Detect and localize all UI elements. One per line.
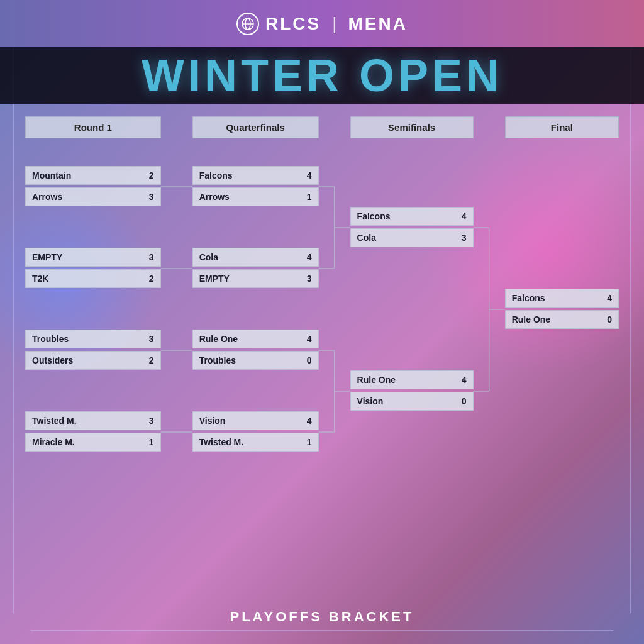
mena-title: MENA [348, 14, 408, 34]
team-score: 0 [602, 314, 612, 325]
team-name: Rule One [512, 314, 602, 325]
event-title: WINTER OPEN [142, 50, 502, 101]
team-score: 4 [457, 211, 467, 221]
rlcs-icon [236, 13, 259, 35]
team-name: Outsiders [32, 355, 144, 365]
table-row: Falcons 4 [192, 166, 319, 185]
team-name: Vision [199, 416, 302, 426]
qf-match-2: Cola 4 EMPTY 3 [192, 248, 319, 289]
table-row: Rule One 0 [505, 310, 619, 329]
table-row: Troubles 0 [192, 351, 319, 370]
table-row: Troubles 3 [25, 330, 161, 348]
team-name: Arrows [32, 192, 144, 202]
table-row: Cola 3 [350, 228, 474, 247]
header-divider: | [332, 14, 336, 34]
sf-match-1: Falcons 4 Cola 3 [350, 207, 474, 248]
team-name: Troubles [199, 355, 302, 365]
team-score: 4 [302, 252, 312, 262]
table-row: Vision 4 [192, 411, 319, 430]
table-row: Falcons 4 [350, 207, 474, 226]
team-score: 1 [302, 192, 312, 202]
team-name: T2K [32, 274, 144, 284]
team-score: 4 [602, 293, 612, 303]
team-name: Vision [357, 396, 457, 406]
f-header: Final [505, 116, 619, 138]
final-match: Falcons 4 Rule One 0 [505, 289, 619, 330]
team-score: 3 [144, 416, 154, 426]
table-row: Arrows 3 [25, 187, 161, 206]
r1-match-2: EMPTY 3 T2K 2 [25, 248, 161, 289]
table-row: Twisted M. 3 [25, 411, 161, 430]
rlcs-title: RLCS [265, 14, 321, 34]
team-name: Rule One [357, 375, 457, 385]
team-score: 4 [302, 334, 312, 344]
team-score: 3 [144, 192, 154, 202]
r1-match-3: Troubles 3 Outsiders 2 [25, 330, 161, 371]
team-name: Mountain [32, 170, 144, 180]
team-name: Cola [199, 252, 302, 262]
table-row: Rule One 4 [192, 330, 319, 348]
team-name: Miracle M. [32, 437, 144, 447]
team-score: 2 [144, 355, 154, 365]
qf-match-4: Vision 4 Twisted M. 1 [192, 411, 319, 453]
team-name: Twisted M. [32, 416, 144, 426]
table-row: Twisted M. 1 [192, 433, 319, 452]
table-row: Arrows 1 [192, 187, 319, 206]
team-score: 1 [144, 437, 154, 447]
main-container: RLCS | MENA WINTER OPEN Round 1 Quarterf… [0, 0, 644, 644]
header-logo: RLCS | MENA [236, 13, 408, 35]
team-name: Cola [357, 233, 457, 243]
team-name: Arrows [199, 192, 302, 202]
qf-match-3: Rule One 4 Troubles 0 [192, 330, 319, 371]
bracket-layout: Mountain 2 Arrows 3 EMPTY 3 T2K [25, 146, 619, 473]
round-headers: Round 1 Quarterfinals Semifinals Final [25, 116, 619, 138]
table-row: EMPTY 3 [25, 248, 161, 267]
table-row: Cola 4 [192, 248, 319, 267]
header-band: RLCS | MENA [0, 0, 644, 47]
table-row: Falcons 4 [505, 289, 619, 308]
team-name: Rule One [199, 334, 302, 344]
sf-column: Falcons 4 Cola 3 Rule One 4 Vision [350, 146, 474, 473]
team-score: 4 [457, 375, 467, 385]
team-name: Falcons [357, 211, 457, 221]
team-score: 3 [144, 252, 154, 262]
team-score: 1 [302, 437, 312, 447]
bottom-label: PLAYOFFS BRACKET [0, 609, 644, 625]
table-row: Mountain 2 [25, 166, 161, 185]
team-score: 0 [457, 396, 467, 406]
r1-column: Mountain 2 Arrows 3 EMPTY 3 T2K [25, 146, 161, 473]
qf-match-1: Falcons 4 Arrows 1 [192, 166, 319, 208]
team-name: Falcons [512, 293, 602, 303]
team-score: 4 [302, 416, 312, 426]
qf-column: Falcons 4 Arrows 1 Cola 4 EMPTY [192, 146, 319, 473]
team-name: EMPTY [32, 252, 144, 262]
table-row: Rule One 4 [350, 370, 474, 389]
table-row: T2K 2 [25, 269, 161, 288]
final-column: Falcons 4 Rule One 0 [505, 146, 619, 473]
r1-header: Round 1 [25, 116, 161, 138]
table-row: Vision 0 [350, 392, 474, 411]
team-name: Twisted M. [199, 437, 302, 447]
sf-header: Semifinals [350, 116, 474, 138]
team-name: Falcons [199, 170, 302, 180]
team-name: Troubles [32, 334, 144, 344]
sf-match-2: Rule One 4 Vision 0 [350, 370, 474, 412]
qf-header: Quarterfinals [192, 116, 319, 138]
table-row: EMPTY 3 [192, 269, 319, 288]
r1-match-4: Twisted M. 3 Miracle M. 1 [25, 411, 161, 453]
team-score: 3 [457, 233, 467, 243]
team-score: 2 [144, 274, 154, 284]
r1-match-1: Mountain 2 Arrows 3 [25, 166, 161, 208]
team-score: 2 [144, 170, 154, 180]
team-score: 3 [144, 334, 154, 344]
team-name: EMPTY [199, 274, 302, 284]
table-row: Outsiders 2 [25, 351, 161, 370]
team-score: 0 [302, 355, 312, 365]
team-score: 3 [302, 274, 312, 284]
team-score: 4 [302, 170, 312, 180]
table-row: Miracle M. 1 [25, 433, 161, 452]
bracket-area: Round 1 Quarterfinals Semifinals Final M… [25, 116, 619, 600]
title-band: WINTER OPEN [0, 47, 644, 104]
